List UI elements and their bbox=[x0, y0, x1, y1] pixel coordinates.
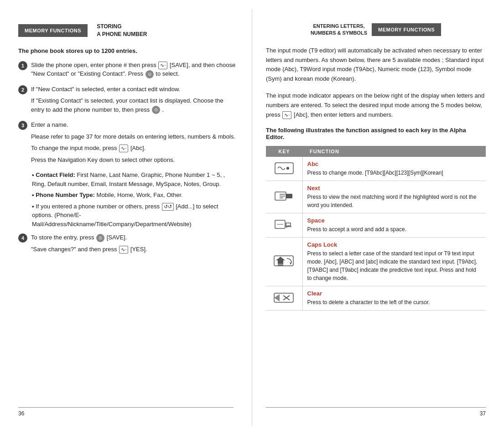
table-header-key: KEY bbox=[266, 146, 302, 157]
func-desc-1: Press to view the next matching word if … bbox=[307, 193, 482, 209]
svg-rect-6 bbox=[286, 194, 292, 198]
step-2-sub: If "Existing Contact" is selected, your … bbox=[31, 96, 238, 114]
step-1-circle: 1 bbox=[18, 61, 27, 70]
step-3-sub2: To change the input mode, press ∿· [Abc]… bbox=[31, 144, 238, 153]
func-cell-3: Caps LockPress to select a letter case o… bbox=[302, 238, 486, 286]
key-cell-3 bbox=[266, 238, 302, 286]
step-3-sub3: Press the Navigation Key down to select … bbox=[31, 155, 238, 165]
abc-key-svg bbox=[273, 161, 295, 176]
svg-marker-12 bbox=[276, 257, 285, 264]
page-number-right: 37 bbox=[480, 410, 486, 417]
table-header-func: FUNCTION bbox=[302, 146, 486, 157]
func-desc-3: Press to select a letter case of the sta… bbox=[307, 249, 482, 282]
step-1: 1 Slide the phone open, enter phone # th… bbox=[18, 61, 238, 78]
clear-key-svg bbox=[273, 290, 295, 305]
bullet-label-2: Phone Number Type: bbox=[36, 192, 95, 198]
key-function-table: KEY FUNCTION AbcPress to change mode. [T… bbox=[266, 146, 486, 311]
left-subtitle: The phone book stores up to 1200 entries… bbox=[18, 47, 238, 54]
memory-badge-left: MEMORY FUNCTIONS bbox=[18, 24, 88, 37]
svg-point-1 bbox=[286, 167, 289, 170]
func-cell-1: NextPress to view the next matching word… bbox=[302, 181, 486, 213]
table-row: AbcPress to change mode. [T9Abc][Abc][12… bbox=[266, 157, 486, 181]
mode-key-icon-2: ∿· bbox=[282, 111, 291, 119]
left-header: MEMORY FUNCTIONS STORING A PHONE NUMBER bbox=[18, 23, 238, 38]
table-row: ClearPress to delete a character to the … bbox=[266, 286, 486, 311]
table-row: NextPress to view the next matching word… bbox=[266, 181, 486, 213]
step-4-text: To store the entry, press ⊙ [SAVE]. "Sav… bbox=[31, 233, 238, 254]
nav-icon-2: ⊙ bbox=[152, 106, 160, 114]
func-title-2: Space bbox=[307, 217, 482, 224]
step-4-sub: "Save changes?" and then press ∿· [YES]. bbox=[31, 245, 238, 254]
func-title-0: Abc bbox=[307, 161, 482, 167]
left-page: MEMORY FUNCTIONS STORING A PHONE NUMBER … bbox=[0, 9, 252, 426]
mode-key-icon: ∿· bbox=[119, 145, 128, 152]
step-3: 3 Enter a name. Please refer to page 37 … bbox=[18, 120, 238, 164]
memory-badge-right: MEMORY FUNCTIONS bbox=[372, 23, 441, 36]
yes-key-icon: ∿· bbox=[119, 246, 128, 254]
page-number-left: 36 bbox=[18, 410, 24, 417]
right-section-title: The following illustrates the function a… bbox=[266, 127, 486, 140]
key-cell-0 bbox=[266, 157, 302, 181]
svg-marker-16 bbox=[274, 294, 280, 301]
left-header-title: STORING A PHONE NUMBER bbox=[88, 23, 147, 38]
bullet-list: Contact Field: First Name, Last Name, Gr… bbox=[32, 171, 238, 228]
add-key-icon: ↺↺ bbox=[162, 203, 174, 211]
nav-icon-1: ⊙ bbox=[145, 70, 154, 78]
step-4: 4 To store the entry, press ⊙ [SAVE]. "S… bbox=[18, 233, 238, 254]
key-cell-1 bbox=[266, 181, 302, 213]
step-3-text: Enter a name. Please refer to page 37 fo… bbox=[31, 120, 238, 164]
step-1-text: Slide the phone open, enter phone # then… bbox=[31, 61, 238, 78]
key-cell-4 bbox=[266, 286, 302, 311]
func-desc-0: Press to change mode. [T9Abc][Abc][123][… bbox=[307, 169, 482, 177]
step-2-text: If "New Contact" is selected, enter a co… bbox=[31, 85, 238, 114]
func-title-1: Next bbox=[307, 185, 482, 192]
func-desc-2: Press to accept a word and add a space. bbox=[307, 225, 482, 233]
step-3-sub1: Please refer to page 37 for more details… bbox=[31, 132, 238, 141]
right-header-subtitle: ENTERING LETTERS, NUMBERS & SYMBOLS bbox=[311, 23, 372, 37]
step-4-circle: 4 bbox=[18, 233, 27, 243]
func-title-3: Caps Lock bbox=[307, 241, 482, 248]
func-title-4: Clear bbox=[307, 290, 482, 297]
capslock-key-svg bbox=[273, 254, 295, 269]
bullet-label-1: Contact Field: bbox=[36, 171, 75, 178]
func-cell-0: AbcPress to change mode. [T9Abc][Abc][12… bbox=[302, 157, 486, 181]
func-cell-2: SpacePress to accept a word and add a sp… bbox=[302, 213, 486, 238]
step-3-circle: 3 bbox=[18, 121, 27, 130]
func-cell-4: ClearPress to delete a character to the … bbox=[302, 286, 486, 311]
bullet-add: If you entered a phone number or others,… bbox=[32, 202, 238, 229]
save-key-icon-1: ∿· bbox=[158, 62, 167, 69]
step-2-circle: 2 bbox=[18, 85, 27, 94]
nav-icon-4: ⊙ bbox=[96, 234, 104, 242]
bullet-contact-field: Contact Field: First Name, Last Name, Gr… bbox=[32, 171, 238, 188]
right-intro-2: The input mode indicator appears on the … bbox=[266, 91, 486, 119]
next-key-svg bbox=[273, 189, 295, 204]
bottom-divider-right bbox=[266, 407, 486, 408]
right-page: ENTERING LETTERS, NUMBERS & SYMBOLS MEMO… bbox=[252, 9, 504, 426]
right-intro-1: The input mode (T9 editor) will automati… bbox=[266, 46, 486, 84]
step-2: 2 If "New Contact" is selected, enter a … bbox=[18, 85, 238, 114]
right-header: ENTERING LETTERS, NUMBERS & SYMBOLS MEMO… bbox=[266, 23, 486, 37]
table-row: SpacePress to accept a word and add a sp… bbox=[266, 213, 486, 238]
table-row: Caps LockPress to select a letter case o… bbox=[266, 238, 486, 286]
key-cell-2 bbox=[266, 213, 302, 238]
space-key-svg bbox=[273, 218, 295, 232]
func-desc-4: Press to delete a character to the left … bbox=[307, 298, 482, 306]
bottom-divider-left bbox=[18, 407, 234, 408]
bullet-phone-type: Phone Number Type: Mobile, Home, Work, F… bbox=[32, 191, 238, 200]
